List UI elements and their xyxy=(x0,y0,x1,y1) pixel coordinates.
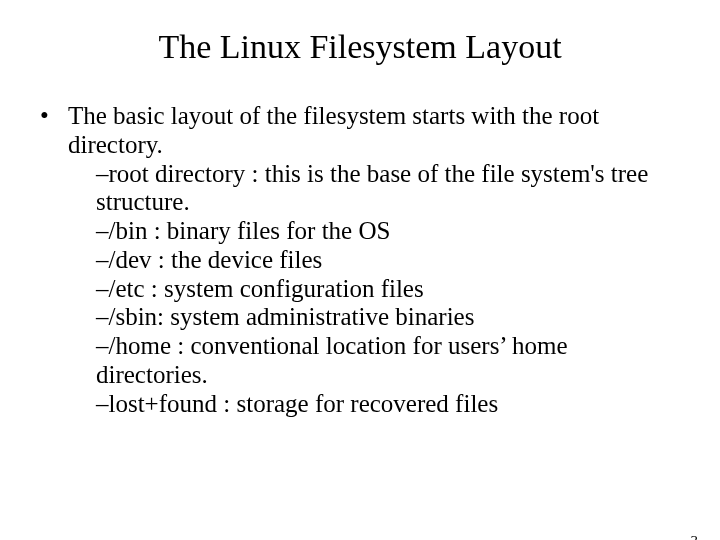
bullet-marker: • xyxy=(40,102,68,131)
slide-title: The Linux Filesystem Layout xyxy=(0,28,720,66)
bullet-item: • The basic layout of the filesystem sta… xyxy=(40,102,680,418)
subitem: –root directory : this is the base of th… xyxy=(96,160,680,218)
subitem: –/etc : system configuration files xyxy=(96,275,680,304)
subitem: –lost+found : storage for recovered file… xyxy=(96,390,680,419)
subitem: –/dev : the device files xyxy=(96,246,680,275)
subitem: –/home : conventional location for users… xyxy=(96,332,680,390)
bullet-lead-text: The basic layout of the filesystem start… xyxy=(68,102,599,158)
bullet-sublist: –root directory : this is the base of th… xyxy=(68,160,680,419)
subitem: –/bin : binary files for the OS xyxy=(96,217,680,246)
slide: The Linux Filesystem Layout • The basic … xyxy=(0,28,720,540)
subitem: –/sbin: system administrative binaries xyxy=(96,303,680,332)
slide-body: • The basic layout of the filesystem sta… xyxy=(0,102,720,418)
bullet-content: The basic layout of the filesystem start… xyxy=(68,102,680,418)
page-number: 3 xyxy=(691,533,699,540)
